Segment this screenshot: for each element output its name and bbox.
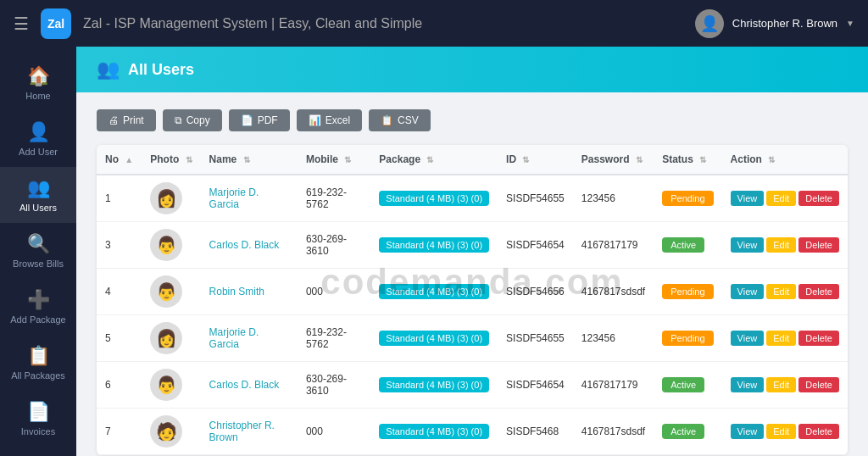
csv-button[interactable]: 📋 CSV [369, 109, 431, 131]
package-badge: Standard (4 MB) (3) (0) [379, 424, 489, 439]
col-status[interactable]: Status ⇅ [654, 145, 721, 175]
sidebar-item-add-package[interactable]: ➕ Add Package [0, 279, 76, 335]
cell-action: View Edit Delete [722, 222, 848, 269]
excel-button[interactable]: 📊 Excel [297, 109, 362, 131]
table-row: 5 👩 Marjorie D. Garcia 619-232-5762 Stan… [97, 315, 848, 362]
add-user-icon: 👤 [27, 121, 50, 143]
chevron-down-icon: ▼ [846, 19, 854, 28]
col-password[interactable]: Password ⇅ [573, 145, 654, 175]
delete-button[interactable]: Delete [798, 331, 839, 346]
copy-button[interactable]: ⧉ Copy [163, 109, 222, 131]
delete-button[interactable]: Delete [798, 377, 839, 392]
view-button[interactable]: View [731, 284, 765, 299]
col-mobile[interactable]: Mobile ⇅ [298, 145, 370, 175]
cell-mobile: 000 [298, 269, 370, 315]
cell-package: Standard (4 MB) (3) (0) [370, 269, 498, 315]
cell-mobile: 619-232-5762 [298, 175, 370, 222]
cell-package: Standard (4 MB) (3) (0) [370, 362, 498, 409]
cell-action: View Edit Delete [722, 409, 848, 455]
view-button[interactable]: View [731, 331, 765, 346]
page-header: 👥 All Users [76, 47, 868, 92]
delete-button[interactable]: Delete [798, 424, 839, 439]
action-group: View Edit Delete [731, 331, 839, 346]
edit-button[interactable]: Edit [766, 191, 796, 206]
edit-button[interactable]: Edit [766, 284, 796, 299]
cell-status: Pending [654, 315, 721, 362]
table-row: 6 👨 Carlos D. Black 630-269-3610 Standar… [97, 362, 848, 409]
sort-icon: ⇅ [186, 155, 192, 164]
sidebar-item-all-users[interactable]: 👥 All Users [0, 167, 76, 223]
table-row: 3 👨 Carlos D. Black 630-269-3610 Standar… [97, 222, 848, 269]
main-content: 👥 All Users codemanda.com 🖨 Print ⧉ Copy… [76, 47, 868, 456]
delete-button[interactable]: Delete [798, 284, 839, 299]
col-package[interactable]: Package ⇅ [370, 145, 498, 175]
view-button[interactable]: View [731, 424, 765, 439]
package-badge: Standard (4 MB) (3) (0) [379, 237, 489, 253]
sidebar-item-label: Invoices [21, 426, 55, 437]
col-photo[interactable]: Photo ⇅ [142, 145, 200, 175]
sort-icon: ⇅ [344, 155, 351, 164]
cell-mobile: 630-269-3610 [298, 222, 370, 269]
sidebar-item-extra[interactable]: ✅ [0, 447, 76, 456]
all-packages-icon: 📋 [27, 345, 50, 367]
table-row: 4 👨 Robin Smith 000 Standard (4 MB) (3) … [97, 269, 848, 315]
status-badge: Pending [662, 331, 713, 346]
page-content: codemanda.com 🖨 Print ⧉ Copy 📄 PDF 📊 Exc… [76, 92, 868, 456]
cell-photo: 👨 [142, 269, 200, 315]
cell-name: Marjorie D. Garcia [201, 315, 298, 362]
cell-password: 4167817179 [573, 362, 654, 409]
col-name[interactable]: Name ⇅ [201, 145, 298, 175]
package-badge: Standard (4 MB) (3) (0) [379, 284, 489, 299]
user-menu[interactable]: 👤 Christopher R. Brown ▼ [695, 9, 854, 38]
cell-name: Carlos D. Black [201, 362, 298, 409]
sidebar-item-label: Browse Bills [13, 259, 64, 269]
edit-button[interactable]: Edit [766, 424, 796, 439]
hamburger-icon[interactable]: ☰ [14, 14, 29, 34]
home-icon: 🏠 [27, 65, 50, 87]
cell-id: SISDF5468 [498, 409, 573, 455]
pdf-icon: 📄 [241, 114, 253, 126]
col-action[interactable]: Action ⇅ [722, 145, 848, 175]
cell-no: 5 [97, 315, 142, 362]
add-package-icon: ➕ [27, 289, 50, 311]
status-badge: Pending [662, 191, 713, 206]
sidebar-item-browse-bills[interactable]: 🔍 Browse Bills [0, 223, 76, 279]
edit-button[interactable]: Edit [766, 377, 796, 392]
action-group: View Edit Delete [731, 284, 839, 299]
copy-icon: ⧉ [175, 114, 182, 126]
cell-password: 123456 [573, 315, 654, 362]
print-button[interactable]: 🖨 Print [97, 109, 156, 131]
status-badge: Active [662, 237, 704, 253]
top-navbar: ☰ Zal Zal - ISP Management System | Easy… [0, 0, 868, 47]
cell-package: Standard (4 MB) (3) (0) [370, 222, 498, 269]
edit-button[interactable]: Edit [766, 237, 796, 253]
avatar: 👨 [150, 369, 182, 401]
edit-button[interactable]: Edit [766, 331, 796, 346]
cell-no: 3 [97, 222, 142, 269]
sort-icon: ⇅ [699, 155, 706, 164]
cell-action: View Edit Delete [722, 175, 848, 222]
view-button[interactable]: View [731, 237, 765, 253]
sidebar-item-invoices[interactable]: 📄 Invoices [0, 391, 76, 447]
cell-no: 7 [97, 409, 142, 455]
cell-no: 4 [97, 269, 142, 315]
sidebar-item-home[interactable]: 🏠 Home [0, 55, 76, 111]
cell-photo: 👨 [142, 222, 200, 269]
sidebar-item-add-user[interactable]: 👤 Add User [0, 111, 76, 167]
view-button[interactable]: View [731, 191, 765, 206]
sort-icon: ⇅ [243, 155, 250, 164]
col-id[interactable]: ID ⇅ [498, 145, 573, 175]
view-button[interactable]: View [731, 377, 765, 392]
cell-name: Marjorie D. Garcia [201, 175, 298, 222]
col-no[interactable]: No ▲ [97, 145, 142, 175]
cell-id: SISDF54654 [498, 362, 573, 409]
sidebar-item-all-packages[interactable]: 📋 All Packages [0, 335, 76, 391]
cell-password: 4167817sdsdf [573, 269, 654, 315]
status-badge: Pending [662, 284, 713, 299]
delete-button[interactable]: Delete [798, 237, 839, 253]
cell-status: Active [654, 409, 721, 455]
cell-password: 4167817sdsdf [573, 409, 654, 455]
pdf-button[interactable]: 📄 PDF [229, 109, 290, 131]
avatar: 👤 [695, 9, 724, 38]
delete-button[interactable]: Delete [798, 191, 839, 206]
